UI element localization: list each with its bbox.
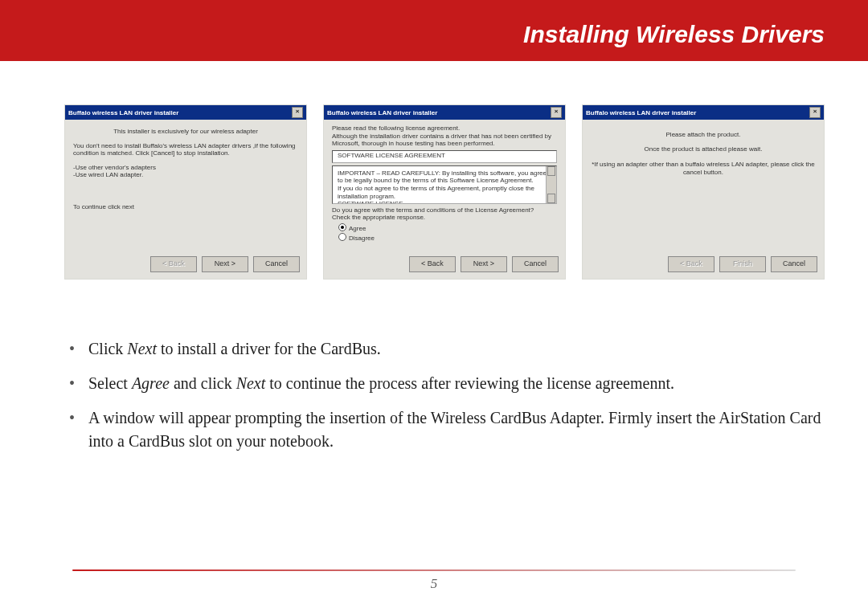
dialog3-line1: Please attach the product. xyxy=(591,131,816,139)
dialog1-line3: -Use other vendor's adapters -Use wired … xyxy=(73,164,298,179)
dialog2-intro: Please read the following license agreem… xyxy=(332,124,557,148)
header-bar: Installing Wireless Drivers xyxy=(0,0,868,61)
cancel-button[interactable]: Cancel xyxy=(771,256,817,272)
dialog1-title: Buffalo wireless LAN driver installer xyxy=(68,109,178,116)
scroll-down-icon[interactable] xyxy=(547,194,555,203)
close-icon[interactable]: × xyxy=(809,107,821,118)
license-body: IMPORTANT – READ CAREFULLY: By installin… xyxy=(338,169,547,204)
dialog2-titlebar: Buffalo wireless LAN driver installer × xyxy=(324,105,565,120)
next-button[interactable]: Next > xyxy=(202,256,248,272)
cancel-button[interactable]: Cancel xyxy=(512,256,559,272)
instruction-list: Click Next to install a driver for the C… xyxy=(66,337,823,464)
dialog3-line3: *If using an adapter other than a buffal… xyxy=(591,161,816,176)
dialog2-body: Please read the following license agreem… xyxy=(324,120,565,251)
finish-button[interactable]: Finish xyxy=(719,256,766,272)
disagree-label: Disagree xyxy=(349,235,375,242)
dialog3-title: Buffalo wireless LAN driver installer xyxy=(586,109,696,116)
next-button[interactable]: Next > xyxy=(461,256,507,272)
footer-rule xyxy=(72,569,796,571)
instruction-item-1: Click Next to install a driver for the C… xyxy=(66,337,823,361)
installer-dialog-1: Buffalo wireless LAN driver installer × … xyxy=(64,104,307,280)
close-icon[interactable]: × xyxy=(292,107,303,118)
installer-dialog-3: Buffalo wireless LAN driver installer × … xyxy=(582,104,825,280)
agree-label: Agree xyxy=(349,225,366,232)
dialog1-titlebar: Buffalo wireless LAN driver installer × xyxy=(65,105,306,120)
dialog2-question: Do you agree with the terms and conditio… xyxy=(332,206,557,222)
close-icon[interactable]: × xyxy=(551,107,562,118)
dialog1-line4: To continue click next xyxy=(73,203,298,211)
back-button[interactable]: < Back xyxy=(150,256,197,272)
license-text-box[interactable]: IMPORTANT – READ CAREFULLY: By installin… xyxy=(332,165,557,204)
dialog1-line2: You don't need to install Buffalo's wire… xyxy=(73,142,298,157)
dialog3-buttons: < Back Finish Cancel xyxy=(583,251,824,279)
disagree-radio[interactable]: Disagree xyxy=(338,233,557,243)
agree-radio[interactable]: Agree xyxy=(338,223,557,233)
scrollbar[interactable] xyxy=(546,166,556,203)
instruction-item-2: Select Agree and click Next to continue … xyxy=(66,372,823,395)
dialog3-body: Please attach the product. Once the prod… xyxy=(583,120,824,251)
installer-dialog-2: Buffalo wireless LAN driver installer × … xyxy=(323,104,566,280)
document-page: Installing Wireless Drivers Buffalo wire… xyxy=(0,0,868,600)
dialog1-buttons: < Back Next > Cancel xyxy=(65,251,306,279)
back-button[interactable]: < Back xyxy=(668,256,714,272)
cancel-button[interactable]: Cancel xyxy=(253,256,300,272)
instruction-item-3: A window will appear prompting the inser… xyxy=(66,406,823,453)
page-title: Installing Wireless Drivers xyxy=(523,21,825,48)
license-header-field: SOFTWARE LICENSE AGREEMENT xyxy=(332,150,557,163)
dialog3-titlebar: Buffalo wireless LAN driver installer × xyxy=(583,105,824,120)
back-button[interactable]: < Back xyxy=(409,256,456,272)
dialog1-line1: This installer is exclusively for our wi… xyxy=(73,128,298,136)
scroll-up-icon[interactable] xyxy=(547,166,555,176)
dialog2-title: Buffalo wireless LAN driver installer xyxy=(327,109,437,116)
screenshot-row: Buffalo wireless LAN driver installer × … xyxy=(64,104,825,280)
dialog3-line2: Once the product is attached please wait… xyxy=(591,145,816,153)
dialog2-buttons: < Back Next > Cancel xyxy=(324,251,565,279)
dialog1-body: This installer is exclusively for our wi… xyxy=(65,120,306,251)
page-number: 5 xyxy=(0,576,868,592)
